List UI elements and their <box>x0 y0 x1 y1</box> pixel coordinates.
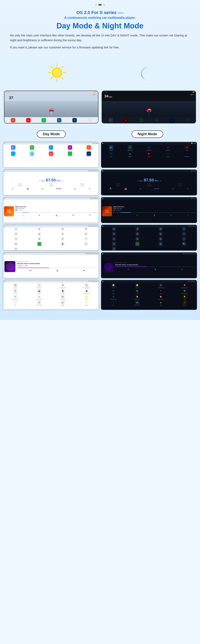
dial-settings-night[interactable]: ⚙ <box>112 247 116 251</box>
dial-3-night[interactable]: 3 <box>158 227 162 231</box>
setting-router-night[interactable]: 📡 Router settings <box>126 295 149 300</box>
dial-contact-night[interactable]: 👤 <box>158 242 162 246</box>
setting-upgrade-night[interactable]: ⬆ Upgrade-detection <box>102 295 125 300</box>
dial-call-night[interactable]: 📞 <box>136 242 140 246</box>
app-herewego-night: H HERE WeGo <box>178 152 196 157</box>
day-music-screen: 🏠 📶 4:10:14 10:35 VICETONE Walk Thru Fir… <box>3 197 99 223</box>
setting-router-day[interactable]: 📡 Router settings <box>28 295 51 300</box>
dial-1-night[interactable]: 1 <box>112 227 116 231</box>
night-statusbar-radio: 🏠 ⚡ 5:26:08 <box>101 170 197 172</box>
dial-7-night[interactable]: 7 <box>112 237 116 241</box>
dial-hash-night[interactable]: # <box>182 227 186 231</box>
dial-star-night[interactable]: * <box>182 237 186 241</box>
dial-8[interactable]: 8 <box>38 237 42 241</box>
night-statusbar-settings: 🏠 ⚡ 17:13:84 04:27 <box>101 280 197 282</box>
dial-2[interactable]: 2 <box>38 227 42 231</box>
setting-camera-night[interactable]: 📷 Camera <box>126 289 149 294</box>
setting-navigation-night[interactable]: 🧭 Navigation <box>126 283 149 288</box>
setting-lights-night[interactable]: 💡 Lights <box>173 295 196 300</box>
dial-9[interactable]: 9 <box>60 237 64 241</box>
dial-4-night[interactable]: 4 <box>112 232 116 236</box>
desc-paragraph-2: If you want it, please ask our customer … <box>10 45 190 50</box>
carplay-title-night: Take Me Home Country Roads <box>115 264 196 266</box>
setting-lights-day[interactable]: 💡 Lights <box>75 295 98 300</box>
app-playstore-day: ▶ Play Store <box>4 145 22 151</box>
setting-logo-night[interactable]: ★ Logo set <box>102 289 125 294</box>
settings-screen-row: 🏠 📶 17:13:07 15:38:11 📶 Network 🧭 Naviga… <box>3 280 197 310</box>
dial-0-night[interactable]: 0 <box>182 232 186 236</box>
setting-logo-day[interactable]: ★ Logo set <box>4 289 27 294</box>
day-radio-screen: 🏠 📶 17:11:84 12:34:14 ≪ FM 1 87.50 MHz ≫… <box>3 170 99 196</box>
dial-9-night[interactable]: 9 <box>158 237 162 241</box>
dial-star[interactable]: * <box>84 237 88 241</box>
setting-network-day[interactable]: 📶 Network <box>4 283 27 288</box>
mode-labels-row: Day Mode Night Mode <box>0 128 200 141</box>
day-statusbar-settings: 🏠 📶 17:13:07 15:38:11 <box>3 280 99 282</box>
dot-3 <box>103 4 105 6</box>
setting-language-night[interactable]: 🌐 Language selected <box>150 283 172 288</box>
dial-6-night[interactable]: 6 <box>158 232 162 236</box>
setting-adas-night[interactable]: 🔊 ADAS <box>150 300 172 306</box>
app-torque-day: ⚙ Torque <box>80 145 98 151</box>
dial-5[interactable]: 5 <box>38 232 42 236</box>
setting-driving-day[interactable]: 🎬 Driving Ban Video <box>75 289 98 294</box>
dial-settings-icon[interactable]: ⚙ <box>14 247 18 251</box>
phone-screen-row: 🏠 📶 17:13:84 12:00:11 1 2 3 # 4 5 6 0 7 <box>3 225 197 251</box>
dial-grid-icon[interactable]: ⊞ <box>14 242 18 246</box>
dial-1[interactable]: 1 <box>14 227 18 231</box>
setting-language-day[interactable]: 🌐 Language selected <box>52 283 74 288</box>
setting-model-night[interactable]: 📱 Model <box>150 289 172 294</box>
carplay-subtitle-day: 小城故事 (小城市) <box>17 265 98 267</box>
dial-grid-night[interactable]: ⊞ <box>112 242 116 246</box>
svg-line-5 <box>62 77 64 79</box>
setting-colour-day[interactable]: 🎨 Colour settings <box>52 295 74 300</box>
dial-5-night[interactable]: 5 <box>136 232 140 236</box>
dial-call-button[interactable]: 📞 <box>38 242 42 246</box>
app-security-night: 🛡 Toppal Security <box>121 145 140 151</box>
setting-driving-night[interactable]: 🎬 Driving Ban Video <box>173 289 196 294</box>
setting-more-day[interactable]: ⋯ More <box>4 300 27 306</box>
setting-steering-day[interactable]: 🎡 Steering wheel study <box>75 283 98 288</box>
setting-camera-day[interactable]: 📷 Camera <box>28 289 51 294</box>
night-statusbar-phone: 🏠 ⚡ 4:13:84 04:27 <box>101 225 197 227</box>
radio-screen-row: 🏠 📶 17:11:84 12:34:14 ≪ FM 1 87.50 MHz ≫… <box>3 170 197 196</box>
dial-contact-icon[interactable]: 👤 <box>60 242 64 246</box>
setting-adas-day[interactable]: 🔊 ADAS <box>52 300 74 306</box>
night-music-screen: 🏠 ⚡ 4:10:33 VICETONE Walk Thru Fire Walk… <box>101 197 197 223</box>
night-settings-screen: 🏠 ⚡ 17:13:84 04:27 📶 Network 🧭 Navigatio… <box>101 280 197 310</box>
setting-brightness-night[interactable]: ☀ Brightness <box>173 300 196 306</box>
app-tpms-day: T TPMS <box>4 152 22 157</box>
dial-4[interactable]: 4 <box>14 232 18 236</box>
app-weather-night: ☁ Weather <box>121 152 140 157</box>
radio-freq-day: 87.50 <box>46 178 56 182</box>
dial-2-night[interactable]: 2 <box>136 227 140 231</box>
day-mode-label: Day Mode <box>37 130 66 138</box>
dial-8-night[interactable]: 8 <box>136 237 140 241</box>
sun-icon <box>47 62 67 83</box>
dial-search-night[interactable]: 🔍 <box>182 242 186 246</box>
app-service-day: T Toppal Service <box>42 145 60 151</box>
dial-3[interactable]: 3 <box>60 227 64 231</box>
dial-7[interactable]: 7 <box>14 237 18 241</box>
setting-navigation-day[interactable]: 🧭 Navigation <box>28 283 51 288</box>
dial-hash[interactable]: # <box>84 227 88 231</box>
page-container: OS 2.0 For S series ---- A continuously … <box>0 0 200 320</box>
setting-colour-night[interactable]: 🎨 Colour settings <box>150 295 172 300</box>
night-statusbar-music: 🏠 ⚡ 4:10:33 <box>101 197 197 200</box>
setting-carlinkit-day[interactable]: 🔗 Carlinkit settings <box>28 300 51 306</box>
dot-1 <box>95 4 97 6</box>
setting-carlinkit-night[interactable]: 🔗 Carlinkit settings <box>126 300 149 306</box>
setting-network-night[interactable]: 📶 Network <box>102 283 125 288</box>
setting-brightness-day[interactable]: ☀ Brightness <box>75 300 98 306</box>
setting-steering-night[interactable]: 🎡 Steering wheel study <box>173 283 196 288</box>
day-night-icons-section <box>0 58 200 87</box>
music-screen-row: 🏠 📶 4:10:14 10:35 VICETONE Walk Thru Fir… <box>3 197 197 223</box>
dial-6[interactable]: 6 <box>60 232 64 236</box>
setting-upgrade-day[interactable]: ⬆ Upgrade-detection <box>4 295 27 300</box>
dial-0[interactable]: 0 <box>84 232 88 236</box>
setting-more-night[interactable]: ⋯ More <box>102 300 125 306</box>
app-youtube-night: ▶ YouTube <box>140 152 158 157</box>
app-playstore-night: ▶ Play Store <box>102 145 120 151</box>
setting-model-day[interactable]: 📱 Model <box>52 289 74 294</box>
dial-search-icon[interactable]: 🔍 <box>84 242 88 246</box>
